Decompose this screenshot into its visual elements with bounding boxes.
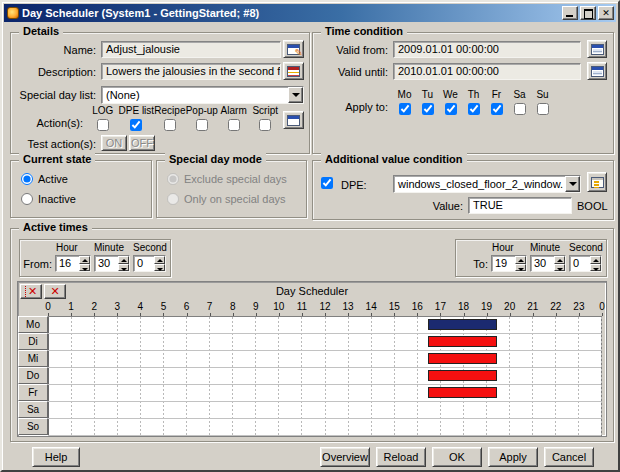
current-state-option-active[interactable]: Active bbox=[21, 173, 68, 185]
day-label-mi: Mi bbox=[18, 350, 48, 367]
schedule-bar-do[interactable] bbox=[428, 370, 497, 381]
spin-up-icon[interactable] bbox=[554, 256, 565, 264]
valid-from-input[interactable]: 2009.01.01 00:00:00 bbox=[393, 41, 581, 58]
from-minute-value[interactable]: 30 bbox=[95, 256, 118, 271]
reload-button[interactable]: Reload bbox=[376, 447, 426, 467]
apply-day-label: We bbox=[443, 89, 458, 100]
spin-up-icon[interactable] bbox=[515, 256, 526, 264]
hour-label: 14 bbox=[366, 301, 377, 312]
current-state-option-inactive[interactable]: Inactive bbox=[21, 193, 76, 205]
overview-button[interactable]: Overview bbox=[320, 447, 370, 467]
apply-day-checkbox-th[interactable] bbox=[468, 103, 480, 115]
valid-until-label: Valid until: bbox=[313, 66, 388, 78]
description-input[interactable]: Lowers the jalousies in the second floor… bbox=[101, 63, 281, 80]
to-hour-spinner[interactable]: 19 bbox=[491, 255, 527, 272]
apply-day-checkbox-sa[interactable] bbox=[514, 103, 526, 115]
scheduler-grid[interactable] bbox=[48, 316, 602, 437]
multilanguage-button[interactable] bbox=[283, 62, 304, 80]
from-hour-value[interactable]: 16 bbox=[56, 256, 79, 271]
action-checkbox-recipe[interactable] bbox=[164, 119, 176, 131]
valid-from-calendar-button[interactable] bbox=[587, 40, 607, 58]
action-checkbox-log[interactable] bbox=[97, 119, 109, 131]
dpe-checkbox[interactable] bbox=[321, 177, 333, 189]
valid-until-input[interactable]: 2010.01.01 00:00:00 bbox=[393, 63, 581, 80]
action-checkbox-pop-up[interactable] bbox=[196, 119, 208, 131]
schedule-bar-fr[interactable] bbox=[428, 387, 497, 398]
schedule-row-mo[interactable] bbox=[48, 317, 601, 334]
value-input[interactable]: TRUE bbox=[468, 197, 572, 214]
schedule-row-so[interactable] bbox=[48, 419, 601, 436]
actions-config-button[interactable] bbox=[283, 111, 304, 129]
schedule-row-fr[interactable] bbox=[48, 385, 601, 402]
action-checkbox-dpe-list[interactable] bbox=[130, 119, 142, 131]
apply-day-checkbox-fr[interactable] bbox=[491, 103, 503, 115]
apply-day-checkbox-mo[interactable] bbox=[399, 103, 411, 115]
spin-down-icon[interactable] bbox=[515, 264, 526, 272]
spin-down-icon[interactable] bbox=[79, 264, 90, 272]
current-state-legend: Current state bbox=[19, 153, 95, 165]
valid-until-calendar-button[interactable] bbox=[587, 62, 607, 80]
spin-down-icon[interactable] bbox=[118, 264, 129, 272]
to-second-value[interactable]: 0 bbox=[570, 256, 590, 271]
dpe-select[interactable]: windows_closed_floor_2_window. bbox=[393, 175, 581, 193]
dpe-browse-button[interactable] bbox=[587, 172, 607, 192]
ok-button[interactable]: OK bbox=[432, 447, 482, 467]
schedule-row-di[interactable] bbox=[48, 334, 601, 351]
apply-day-checkbox-su[interactable] bbox=[537, 103, 549, 115]
apply-day-checkbox-we[interactable] bbox=[445, 103, 457, 115]
name-input[interactable]: Adjust_jalousie bbox=[101, 41, 281, 58]
spin-up-icon[interactable] bbox=[79, 256, 90, 264]
cancel-button[interactable]: Cancel bbox=[544, 447, 594, 467]
spin-down-icon[interactable] bbox=[590, 264, 601, 272]
hour-label: 4 bbox=[138, 301, 144, 312]
from-hour-spinner[interactable]: 16 bbox=[55, 255, 91, 272]
special-day-mode-option-label: Exclude special days bbox=[184, 173, 287, 185]
time-condition-group: Time condition Valid from: 2009.01.01 00… bbox=[312, 32, 614, 154]
special-day-list-select[interactable]: (None) bbox=[101, 86, 304, 104]
titlebar[interactable]: Day Scheduler (System1 - GettingStarted;… bbox=[4, 4, 616, 22]
dpe-value: windows_closed_floor_2_window. bbox=[394, 178, 565, 190]
apply-button[interactable]: Apply bbox=[488, 447, 538, 467]
action-label: LOG bbox=[92, 105, 113, 116]
dropdown-arrow-icon[interactable] bbox=[565, 176, 580, 192]
apply-day-label: Tu bbox=[422, 89, 433, 100]
apply-day-label: Sa bbox=[513, 89, 525, 100]
dropdown-arrow-icon[interactable] bbox=[288, 87, 303, 103]
to-minute-value[interactable]: 30 bbox=[531, 256, 554, 271]
from-second-spinner[interactable]: 0 bbox=[133, 255, 166, 272]
to-hour-value[interactable]: 19 bbox=[492, 256, 515, 271]
schedule-bar-mo-selected[interactable] bbox=[428, 319, 497, 330]
hour-label: 9 bbox=[253, 301, 259, 312]
schedule-row-sa[interactable] bbox=[48, 402, 601, 419]
test-on-button: ON bbox=[101, 135, 127, 151]
spin-up-icon[interactable] bbox=[118, 256, 129, 264]
help-button[interactable]: Help bbox=[32, 447, 80, 467]
multilanguage-icon bbox=[287, 66, 300, 77]
schedule-bar-di[interactable] bbox=[428, 336, 497, 347]
minimize-button[interactable] bbox=[562, 6, 578, 20]
current-state-radio[interactable] bbox=[21, 173, 33, 185]
scheduler-table: MoDiMiDoFrSaSo bbox=[18, 316, 602, 437]
schedule-row-mi[interactable] bbox=[48, 351, 601, 368]
from-second-value[interactable]: 0 bbox=[134, 256, 154, 271]
to-second-spinner[interactable]: 0 bbox=[569, 255, 602, 272]
spin-up-icon[interactable] bbox=[154, 256, 165, 264]
spin-down-icon[interactable] bbox=[154, 264, 165, 272]
maximize-button[interactable] bbox=[580, 6, 596, 20]
edit-name-button[interactable] bbox=[283, 40, 304, 58]
close-button[interactable] bbox=[598, 6, 614, 20]
action-checkbox-script[interactable] bbox=[259, 119, 271, 131]
special-day-mode-radio bbox=[167, 173, 179, 185]
current-state-radio[interactable] bbox=[21, 193, 33, 205]
action-checkbox-alarm[interactable] bbox=[228, 119, 240, 131]
spin-up-icon[interactable] bbox=[590, 256, 601, 264]
apply-day-checkbox-tu[interactable] bbox=[422, 103, 434, 115]
spin-down-icon[interactable] bbox=[554, 264, 565, 272]
from-minute-spinner[interactable]: 30 bbox=[94, 255, 130, 272]
schedule-row-do[interactable] bbox=[48, 368, 601, 385]
to-minute-spinner[interactable]: 30 bbox=[530, 255, 566, 272]
action-label: DPE list bbox=[119, 105, 155, 116]
special-day-list-label: Special day list: bbox=[13, 89, 96, 101]
special-day-mode-option-exclude-special-days: Exclude special days bbox=[167, 173, 287, 185]
schedule-bar-mi[interactable] bbox=[428, 353, 497, 364]
